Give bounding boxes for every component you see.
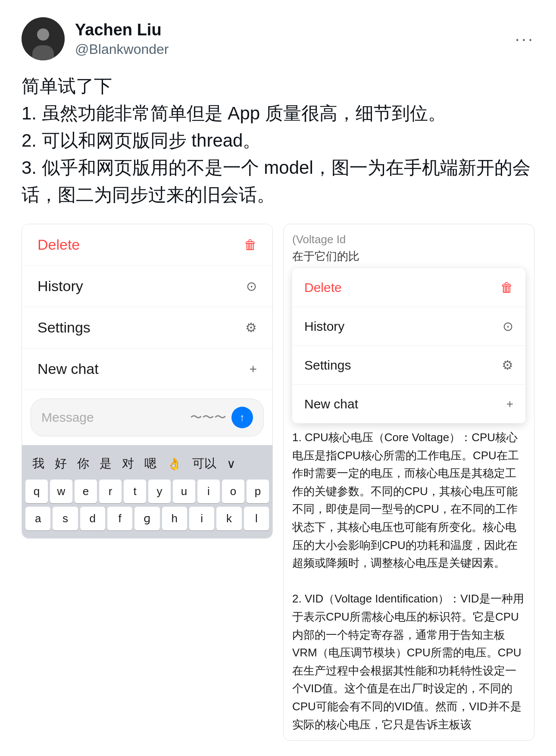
qk-7[interactable]: 👌 [163,454,185,474]
qk-chevron[interactable]: ∨ [223,454,239,474]
menu-item-settings-left[interactable]: Settings ⚙ [22,307,272,348]
keyboard-quickbar: 我 好 你 是 对 嗯 👌 可以 ∨ [24,449,271,480]
delete-icon-right: 🗑 [500,278,513,297]
qk-4[interactable]: 是 [96,453,115,474]
key-a[interactable]: a [25,507,50,530]
newchat-label-right: New chat [304,394,358,414]
key-d[interactable]: d [80,507,105,530]
user-name: Yachen Liu [75,20,515,40]
left-screenshot: Delete 🗑 History ⊙ Settings ⚙ New chat + [22,224,273,539]
message-input-bar[interactable]: Message 〜〜〜 ↑ [31,398,264,436]
key-i2[interactable]: i [189,507,214,530]
keyboard-row-1: q w e r t y u i o p [24,480,271,503]
key-s[interactable]: s [53,507,78,530]
right-screenshot: (Voltage Id 在于它们的比 Delete 🗑 History ⊙ Se… [283,224,534,741]
history-icon-right: ⊙ [503,317,513,336]
qk-1[interactable]: 我 [29,453,48,474]
qk-8[interactable]: 可以 [189,453,220,474]
avatar [22,17,65,60]
tweet-line-2: 1. 虽然功能非常简单但是 App 质量很高，细节到位。 [22,100,534,127]
menu-item-settings-right[interactable]: Settings ⚙ [292,346,525,385]
settings-icon-left: ⚙ [245,320,257,335]
right-text-content: 1. CPU核心电压（Core Voltage）：CPU核心电压是指CPU核心所… [292,429,525,734]
newchat-label-left: New chat [37,361,99,377]
key-u[interactable]: u [173,480,195,503]
screenshots-row: Delete 🗑 History ⊙ Settings ⚙ New chat + [22,224,534,741]
key-l[interactable]: l [244,507,269,530]
newchat-icon-left: + [249,362,257,376]
left-menu: Delete 🗑 History ⊙ Settings ⚙ New chat + [22,224,272,390]
menu-item-delete-right[interactable]: Delete 🗑 [292,268,525,307]
tweet-header: Yachen Liu @Blankwonder ··· [22,17,534,60]
key-f[interactable]: f [107,507,132,530]
tweet-line-3: 2. 可以和网页版同步 thread。 [22,127,534,154]
history-label-left: History [37,278,83,295]
keyboard-row-2: a s d f ɡ h i k l [24,507,271,530]
settings-label-left: Settings [37,319,91,336]
key-y[interactable]: y [148,480,171,503]
tweet-line-4: 3. 似乎和网页版用的不是一个 model，图一为在手机端新开的会话，图二为同步… [22,154,534,208]
menu-item-newchat-left[interactable]: New chat + [22,348,272,390]
key-e[interactable]: e [75,480,97,503]
menu-item-newchat-right[interactable]: New chat + [292,385,525,423]
key-i[interactable]: i [197,480,220,503]
qk-6[interactable]: 嗯 [141,453,160,474]
tweet-card: Yachen Liu @Blankwonder ··· 简单试了下 1. 虽然功… [0,0,556,756]
delete-label-right: Delete [304,278,342,297]
tweet-line-1: 简单试了下 [22,72,534,100]
tweet-body: 简单试了下 1. 虽然功能非常简单但是 App 质量很高，细节到位。 2. 可以… [22,72,534,208]
key-o[interactable]: o [222,480,244,503]
menu-item-history-right[interactable]: History ⊙ [292,307,525,346]
settings-icon-right: ⚙ [502,355,513,375]
key-g[interactable]: ɡ [134,507,159,530]
key-t[interactable]: t [124,480,146,503]
send-arrow-icon: ↑ [240,411,245,423]
more-options-icon[interactable]: ··· [515,29,534,49]
key-q[interactable]: q [25,480,48,503]
key-r[interactable]: r [99,480,122,503]
delete-label-left: Delete [37,236,80,253]
right-scroll: (Voltage Id 在于它们的比 Delete 🗑 History ⊙ Se… [284,224,534,740]
qk-3[interactable]: 你 [74,453,93,474]
menu-item-history-left[interactable]: History ⊙ [22,266,272,307]
newchat-icon-right: + [506,395,513,413]
settings-label-right: Settings [304,355,351,375]
delete-icon-left: 🗑 [244,238,257,252]
right-menu: Delete 🗑 History ⊙ Settings ⚙ New chat + [292,268,525,423]
key-w[interactable]: w [50,480,72,503]
history-icon-left: ⊙ [246,279,257,294]
history-label-right: History [304,317,344,336]
user-handle: @Blankwonder [75,41,515,57]
message-placeholder: Message [41,410,185,425]
keyboard: 我 好 你 是 对 嗯 👌 可以 ∨ q w e r [22,445,272,538]
key-p[interactable]: p [247,480,269,503]
right-top-text: (Voltage Id 在于它们的比 [292,231,525,265]
key-k[interactable]: k [216,507,241,530]
qk-5[interactable]: 对 [119,453,137,474]
send-button[interactable]: ↑ [231,407,253,428]
waveform-icon: 〜〜〜 [190,409,226,426]
key-h[interactable]: h [162,507,187,530]
menu-item-delete-left[interactable]: Delete 🗑 [22,224,272,266]
qk-2[interactable]: 好 [51,453,70,474]
user-info: Yachen Liu @Blankwonder [75,20,515,58]
right-body-text: 1. CPU核心电压（Core Voltage）：CPU核心电压是指CPU核心所… [292,429,525,734]
